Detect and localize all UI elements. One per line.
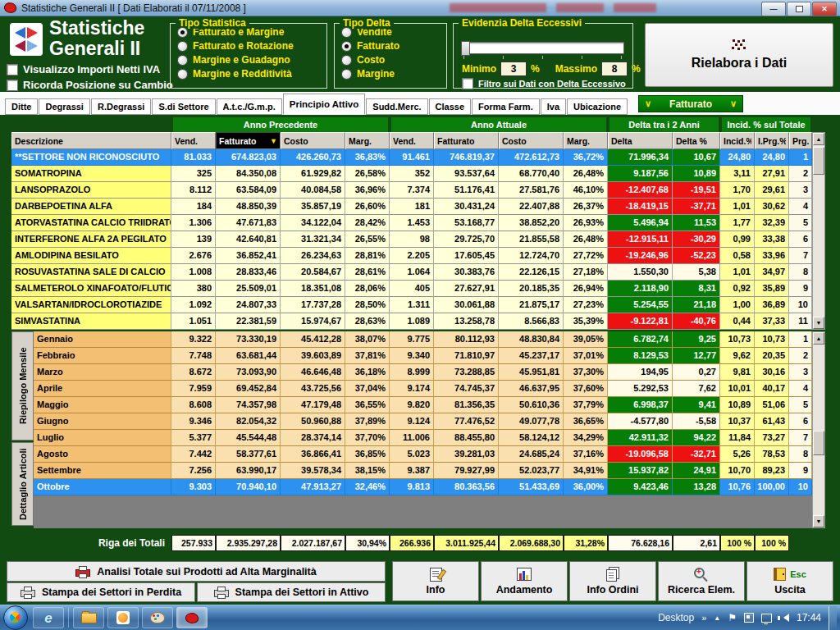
tab-ditte[interactable]: Ditte — [5, 98, 38, 115]
paint-taskbar-button[interactable] — [142, 607, 173, 628]
tab-forma-farm[interactable]: Forma Farm. — [472, 98, 540, 115]
footer-button-uscita[interactable]: EscUscita — [746, 561, 833, 601]
radio-option-fatturato-e-rotazione[interactable]: Fatturato e Rotazione — [177, 40, 326, 52]
tab-s-di-settore[interactable]: S.di Settore — [152, 98, 215, 115]
monthly-vertical-scrollbar[interactable]: ▲ ▼ — [812, 331, 825, 528]
table-row[interactable]: SIMVASTATINA1.05122.381,5915.974,6728,63… — [11, 313, 825, 330]
monthly-row[interactable]: Settembre7.25663.990,1739.578,3438,15%9.… — [34, 463, 812, 479]
column-header-costo[interactable]: Costo — [499, 132, 564, 149]
table-row[interactable]: ATORVASTATINA CALCIO TRIIDRATO1.30647.67… — [11, 215, 825, 231]
value-cell: 48.850,39 — [216, 199, 281, 215]
column-header-fatturato[interactable]: Fatturato — [434, 132, 499, 149]
show-desktop-button[interactable] — [829, 606, 837, 630]
column-header-delta[interactable]: Delta — [608, 132, 673, 149]
minimo-field[interactable]: 3 — [500, 62, 527, 76]
column-header-marg[interactable]: Marg. — [564, 132, 608, 149]
checkbox-visualizzo-importi[interactable]: Visualizzo Importi Netti IVA — [7, 63, 160, 75]
monthly-row[interactable]: Febbraio7.74863.681,4439.603,8937,81%9.3… — [34, 348, 812, 364]
radio-option-fatturato[interactable]: Fatturato — [341, 40, 446, 52]
checkbox-filtro-delta[interactable]: Filtro sui Dati con Delta Eccessivo — [462, 78, 626, 89]
monthly-row[interactable]: Luglio5.37745.544,4828.374,1437,70%11.00… — [34, 430, 812, 446]
table-row[interactable]: VALSARTAN/IDROCLOROTIAZIDE1.09224.807,33… — [11, 297, 825, 313]
column-header-marg[interactable]: Marg. — [345, 132, 390, 149]
footer-button-andamento[interactable]: Andamento — [481, 561, 568, 601]
value-cell: 11.006 — [390, 430, 434, 446]
tab-riepilogo-mensile[interactable]: Riepilogo Mensile — [11, 331, 34, 441]
tab-ubicazione[interactable]: Ubicazione — [567, 98, 628, 115]
scroll-up-icon[interactable]: ▲ — [813, 133, 824, 145]
table-row[interactable]: INTERFERONE ALFA 2A PEGILATO13942.640,81… — [11, 231, 825, 248]
hidden-icons-chevron[interactable]: ▲ — [714, 614, 720, 622]
tab-classe[interactable]: Classe — [429, 98, 471, 115]
radio-option-margine[interactable]: Margine — [341, 68, 446, 80]
monthly-row[interactable]: Maggio8.60874.357,9847.179,4836,55%9.820… — [34, 397, 812, 413]
table-row[interactable]: SALMETEROLO XINAFOATO/FLUTICAS38025.509,… — [11, 281, 825, 297]
close-button[interactable]: ✕ — [812, 2, 837, 16]
radio-option-costo[interactable]: Costo — [341, 54, 446, 66]
footer-button-info-ordini[interactable]: Info Ordini — [569, 561, 656, 601]
column-header-delta[interactable]: Delta % — [673, 132, 720, 149]
scroll-down-icon[interactable]: ▼ — [813, 317, 824, 329]
volume-icon[interactable] — [779, 614, 789, 622]
column-header-fatturato[interactable]: Fatturato▼ — [216, 132, 281, 149]
monthly-row[interactable]: Marzo8.67273.093,9046.646,4836,18%8.9997… — [34, 364, 812, 381]
column-header-prg[interactable]: Prg. — [789, 132, 812, 149]
table-row[interactable]: LANSOPRAZOLO8.11263.584,0940.084,5836,96… — [11, 182, 825, 199]
rielabora-dati-button[interactable]: Rielabora i Dati — [645, 23, 833, 87]
monthly-row[interactable]: Gennaio9.32273.330,1945.412,2838,07%9.77… — [34, 331, 812, 348]
stampa-settori-perdita-button[interactable]: Stampa dei Settori in Perdita — [7, 582, 195, 602]
windows-start-orb[interactable] — [3, 605, 28, 630]
table-row[interactable]: AMLODIPINA BESILATO2.67636.852,4126.234,… — [11, 248, 825, 264]
minimize-button[interactable]: — — [761, 2, 786, 16]
tab-a-t-c-g-m-p[interactable]: A.t.c./G.m.p. — [217, 98, 282, 115]
restore-button[interactable] — [787, 2, 811, 16]
delta-slider[interactable] — [462, 42, 624, 54]
tab-iva[interactable]: Iva — [541, 98, 566, 115]
monthly-row[interactable]: Aprile7.95969.452,8443.725,5637,04%9.174… — [34, 381, 812, 397]
sort-field-dropdown[interactable]: ∨ Fatturato ∨ — [638, 95, 743, 112]
column-header-vend[interactable]: Vend. — [390, 132, 434, 149]
table-row[interactable]: DARBEPOETINA ALFA18448.850,3935.857,1926… — [11, 199, 825, 215]
scroll-up-icon[interactable]: ▲ — [813, 332, 824, 345]
monthly-row[interactable]: Agosto7.44258.377,6136.866,4136,85%5.023… — [34, 446, 812, 463]
table-row[interactable]: SOMATROPINA32584.350,0861.929,8226,58%35… — [11, 166, 825, 182]
vertical-scrollbar[interactable]: ▲ ▼ — [812, 132, 825, 330]
chevron-right-icon[interactable]: » — [701, 613, 706, 623]
tab-degrassi[interactable]: Degrassi — [39, 98, 89, 115]
column-header-vend[interactable]: Vend. — [171, 132, 216, 149]
clock[interactable]: 17:44 — [797, 612, 821, 623]
radio-button-icon — [341, 27, 352, 38]
column-header-incid[interactable]: Incid.% — [720, 132, 755, 149]
column-header-descrizione[interactable]: Descrizione — [11, 132, 171, 149]
monthly-row[interactable]: Giugno9.34682.054,3250.960,8837,89%9.124… — [34, 413, 812, 430]
explorer-taskbar-button[interactable] — [73, 607, 104, 628]
table-row[interactable]: ROSUVASTATINA SALE DI CALCIO1.00828.833,… — [11, 264, 825, 281]
app-taskbar-button[interactable] — [176, 607, 208, 628]
monthly-row[interactable]: Ottobre9.30370.940,1047.913,2732,46%9.81… — [34, 479, 812, 495]
network-icon[interactable] — [761, 614, 772, 623]
scroll-down-icon[interactable]: ▼ — [813, 515, 824, 527]
delta-slider-thumb[interactable] — [461, 41, 470, 56]
tab-sudd-merc[interactable]: Sudd.Merc. — [366, 98, 427, 115]
desktop-toolbar[interactable]: Desktop — [658, 612, 694, 623]
tab-principio-attivo[interactable]: Principio Attivo — [283, 94, 366, 115]
stampa-settori-attivo-button[interactable]: Stampa dei Settori in Attivo — [197, 582, 386, 602]
tab-dettaglio-articoli[interactable]: Dettaglio Articoli — [11, 442, 34, 526]
footer-button-ricerca-elem[interactable]: Ricerca Elem. — [658, 561, 745, 601]
table-row[interactable]: **SETTORE NON RICONOSCIUTO81.033674.823,… — [11, 149, 825, 166]
massimo-field[interactable]: 8 — [601, 62, 628, 76]
update-icon[interactable] — [744, 613, 754, 623]
tab-r-degrassi[interactable]: R.Degrassi — [91, 98, 151, 115]
column-header-costo[interactable]: Costo — [281, 132, 345, 149]
media-player-taskbar-button[interactable] — [107, 607, 139, 628]
radio-option-margine-e-guadagno[interactable]: Margine e Guadagno — [177, 54, 326, 66]
scrollbar-thumb[interactable] — [813, 147, 824, 175]
column-header-i-prg[interactable]: I.Prg.% — [755, 132, 789, 149]
footer-button-info[interactable]: Info — [392, 561, 479, 601]
action-center-flag-icon[interactable]: ⚑ — [728, 612, 737, 623]
scrollbar-thumb[interactable] — [813, 431, 824, 455]
checkbox-ricorda-posizione[interactable]: Ricorda Posizione su Cambio — [7, 79, 173, 91]
ie-taskbar-button[interactable]: e — [33, 607, 64, 628]
radio-option-margine-e-redditivit[interactable]: Margine e Redditività — [177, 68, 326, 80]
analisi-alta-marginalita-button[interactable]: Analisi Totale sui Prodotti ad Alta Marg… — [7, 561, 386, 582]
